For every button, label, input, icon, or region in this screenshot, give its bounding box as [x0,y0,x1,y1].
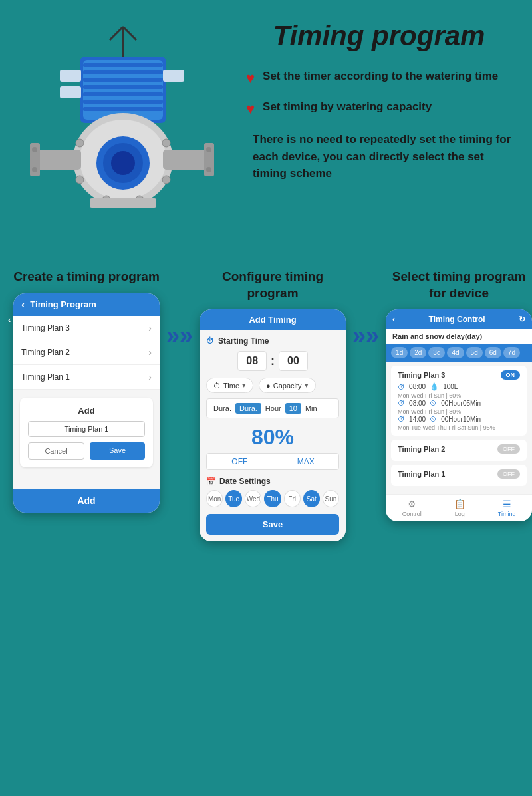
minute-input[interactable]: 00 [279,351,308,371]
heart-icon-1: ♥ [246,70,255,87]
timing-plan-input[interactable]: Timing Plan 1 [28,421,145,437]
footer-tab-control[interactable]: ⚙ Control [402,499,422,517]
percent-display: 80% [206,425,339,450]
timing-plan-3-row: Timing Plan 3 ON ⏱ 08:00 💧 100L Mon Wed … [391,366,527,436]
phone-1-body: Timing Plan 3 › Timing Plan 2 › Timing P… [13,316,160,489]
day-sat[interactable]: Sat [303,490,320,507]
arrow-icon-2: »» [352,322,379,350]
svg-line-1 [110,27,123,40]
phone-2-header: ‹ Add Timing [200,309,346,330]
chip-1d[interactable]: 1d [391,347,408,358]
day-mon[interactable]: Mon [206,490,223,507]
entry3-days: Mon Tue Wed Thu Fri Sat Sun | 95% [398,424,520,431]
svg-rect-11 [83,107,163,111]
chevron-icon: › [148,323,152,333]
day-tue[interactable]: Tue [225,490,242,507]
dura-highlight: Dura. [235,403,261,414]
chevron-icon-3: › [148,372,152,382]
max-button[interactable]: MAX [273,454,339,469]
hour-input[interactable]: 08 [237,351,267,371]
save-btn[interactable]: Save [206,514,339,535]
capacity-icon: ● [266,382,271,390]
starting-time-label: ⏱ Starting Time [206,336,339,346]
phone-1-header-title: Timing Program [30,299,96,309]
phone-3-header: ‹ Timing Control ↻ [386,309,532,329]
feature-text-1: Set the timer according to the watering … [263,68,498,84]
select-row: ⏱ Time ▾ ● Capacity ▾ [206,378,339,393]
day-fri[interactable]: Fri [284,490,301,507]
step-3-col: Select timing program for device ‹ Timin… [386,269,532,521]
plan-1-toggle[interactable]: OFF [497,469,520,479]
bottom-section: Create a timing program ‹ Timing Program… [0,262,532,561]
step-1-col: Create a timing program ‹ Timing Program… [13,269,160,513]
chip-3d[interactable]: 3d [428,347,445,358]
chip-7d[interactable]: 7d [503,347,520,358]
off-max-row: OFF MAX [206,453,339,470]
timing-plan-1-header: Timing Plan 1 OFF [398,469,520,479]
feature-text-2: Set timing by watering capacity [263,99,432,115]
cancel-button[interactable]: Cancel [28,442,84,460]
off-button[interactable]: OFF [207,454,273,469]
dura-label: Dura. [213,404,231,412]
feature-item-1: ♥ Set the timer according to the waterin… [246,68,512,87]
plan1-label: Timing Plan 1 [21,372,70,382]
chip-4d[interactable]: 4d [447,347,464,358]
arrow-icon-1: »» [166,322,193,350]
footer-tab-timing[interactable]: ☰ Timing [498,499,516,517]
chip-2d[interactable]: 2d [410,347,426,358]
list-item-plan1[interactable]: Timing Plan 1 › [13,365,160,390]
list-item-plan3[interactable]: Timing Plan 3 › [13,316,160,340]
phone-1-footer[interactable]: Add [13,489,160,513]
list-item-plan2[interactable]: Timing Plan 2 › [13,340,160,365]
step-2-col: Configure timing program ‹ Add Timing ⏱ … [200,269,346,541]
svg-rect-12 [60,70,81,82]
day-sun[interactable]: Sun [323,490,339,507]
plan-2-toggle[interactable]: OFF [497,444,520,454]
plan-3-toggle[interactable]: ON [501,370,521,380]
dropdown-arrow-1: ▾ [242,381,246,390]
plan-1-name: Timing Plan 1 [398,470,445,478]
add-btn-row: Cancel Save [28,442,145,460]
chip-6d[interactable]: 6d [485,347,501,358]
timing-plan-2-row: Timing Plan 2 OFF [391,440,527,461]
step-3-title: Select timing program for device [386,269,532,301]
svg-rect-10 [83,100,163,104]
svg-rect-6 [83,70,163,74]
clock-icon-e3: ⏱ [398,415,405,423]
chip-5d[interactable]: 5d [466,347,483,358]
entry2-time: 08:00 [409,400,426,407]
days-row: Mon Tue Wed Thu Fri Sat Sun [206,490,339,507]
arrow-1-col: »» [166,269,193,350]
svg-point-22 [32,167,37,172]
phone-2-mockup: ‹ Add Timing ⏱ Starting Time 08 : 00 [200,309,346,541]
plan-3-entry-3: ⏱ 14:00 ⏲ 00Hour10Min [398,415,520,423]
clock-icon: ⏱ [206,336,214,346]
svg-rect-13 [60,86,81,98]
footer-tab-log[interactable]: 📋 Log [454,499,466,517]
entry1-time: 08:00 [409,383,426,390]
steps-row: Create a timing program ‹ Timing Program… [13,269,519,541]
spacer [13,475,160,489]
step-1-title: Create a timing program [13,269,160,285]
svg-rect-19 [163,150,211,170]
dropdown-arrow-2: ▾ [305,381,309,390]
timing-plan-1-row: Timing Plan 1 OFF [391,465,527,486]
phone-1-mockup: ‹ Timing Program Timing Plan 3 › Timing … [13,293,160,513]
clock-icon-e1: ⏱ [398,383,405,391]
product-image-area [20,20,233,249]
svg-point-30 [76,176,84,184]
timer-icon-e2: ⏲ [430,399,437,407]
capacity-select[interactable]: ● Capacity ▾ [259,378,315,393]
save-button[interactable]: Save [90,442,145,460]
phone-2-body: ⏱ Starting Time 08 : 00 ⏱ Time ▾ [200,330,346,541]
svg-line-2 [123,27,136,40]
plan-3-entry-1: ⏱ 08:00 💧 100L [398,382,520,391]
log-icon: 📋 [454,499,466,509]
day-thu[interactable]: Thu [264,490,281,507]
timer-icon-e3: ⏲ [430,415,437,423]
day-wed[interactable]: Wed [245,490,261,507]
refresh-icon: ↻ [519,315,525,324]
top-section: Timing program ♥ Set the timer according… [0,0,532,262]
time-select[interactable]: ⏱ Time ▾ [206,378,253,393]
svg-rect-8 [83,85,163,89]
